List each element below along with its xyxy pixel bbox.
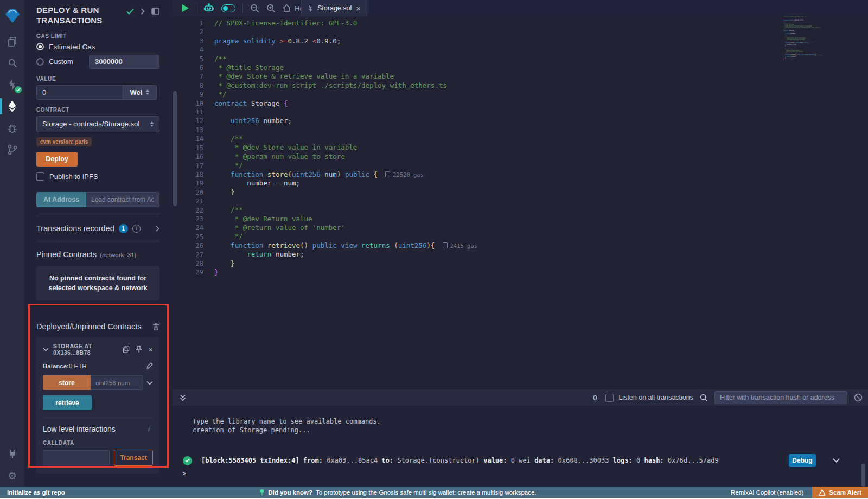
zoom-in-icon[interactable] — [266, 4, 276, 13]
value-unit-select[interactable]: Wei — [123, 85, 157, 100]
deploy-button[interactable]: Deploy — [36, 152, 78, 167]
code-line: } — [783, 59, 843, 60]
contract-label: CONTRACT — [36, 107, 159, 113]
did-you-know-label: Did you know? — [268, 489, 312, 496]
remix-ide-window: ⚙ DEPLOY & RUN TRANSACTIONS GAS LIMIT Es… — [0, 0, 868, 499]
terminal-prompt[interactable]: > — [182, 469, 186, 478]
clear-filter-icon[interactable] — [854, 393, 863, 402]
tab-label: Storage.sol — [317, 4, 352, 12]
code-line: * @title Storage — [214, 63, 868, 72]
deployed-contracts-title: Deployed/Unpinned Contracts — [36, 322, 141, 331]
store-arg-input[interactable] — [91, 375, 143, 390]
code-line: * @return value of 'number' — [214, 223, 868, 232]
deploy-run-icon[interactable] — [0, 95, 24, 117]
code-line: // SPDX-License-Identifier: GPL-3.0 — [214, 19, 868, 28]
low-level-title: Low level interactions — [43, 425, 116, 433]
git-icon[interactable] — [0, 139, 24, 161]
collapse-chevron-icon[interactable] — [43, 348, 49, 351]
select-arrows-icon — [150, 121, 154, 127]
copy-address-icon[interactable] — [123, 346, 130, 353]
panel-scrollbar[interactable] — [173, 91, 177, 206]
debug-button[interactable]: Debug — [789, 454, 816, 467]
terminal[interactable]: Type the library name to see available c… — [173, 406, 868, 487]
log-expand-chevron-icon[interactable] — [833, 458, 840, 463]
tab-close-icon[interactable]: × — [356, 4, 361, 12]
ai-copilot-toggle[interactable] — [221, 4, 235, 12]
main-area: Home Storage.sol × 123456789101112131415… — [173, 0, 868, 487]
evm-version-badge: evm version: paris — [36, 137, 92, 146]
compile-success-badge — [15, 86, 22, 93]
custom-gas-input[interactable] — [89, 55, 159, 69]
copilot-status[interactable]: RemixAI Copilot (enabled) — [731, 489, 803, 496]
value-label: VALUE — [36, 76, 159, 82]
at-address-button[interactable]: At Address — [36, 192, 86, 207]
code-line — [214, 126, 868, 135]
transaction-log-row[interactable]: [block:5583405 txIndex:4] from: 0xa03...… — [173, 454, 868, 467]
value-input[interactable] — [36, 85, 123, 100]
info-icon[interactable]: i — [132, 225, 141, 233]
custom-gas-radio[interactable] — [36, 58, 44, 66]
git-init-action[interactable]: Initialize as git repo — [0, 489, 65, 496]
transactions-recorded-row[interactable]: Transactions recorded 1 i — [36, 216, 159, 241]
code-line: * @dev Store value in variable — [214, 143, 868, 152]
terminal-expand-icon[interactable] — [180, 394, 186, 401]
calldata-label: CALLDATA — [43, 440, 153, 446]
edit-icon[interactable] — [146, 362, 153, 369]
remix-logo-icon[interactable] — [0, 0, 24, 30]
code-content[interactable]: // SPDX-License-Identifier: GPL-3.0 prag… — [203, 16, 868, 389]
zoom-out-icon[interactable] — [250, 4, 259, 13]
tip-text: To prototype using the Gnosis safe multi… — [316, 489, 537, 496]
ai-copilot-robot-icon[interactable] — [203, 3, 214, 13]
expand-args-chevron-icon[interactable] — [146, 381, 153, 385]
pin-icon[interactable] — [136, 346, 142, 353]
expand-chevron-icon[interactable] — [156, 226, 159, 232]
plugin-manager-icon[interactable] — [0, 443, 24, 465]
publish-ipfs-option[interactable]: Publish to IPFS — [36, 172, 159, 181]
retrieve-function-button[interactable]: retrieve — [43, 395, 92, 410]
instance-label: STORAGE AT 0X136...8B78 — [53, 343, 118, 356]
settings-icon[interactable]: ⚙ — [0, 465, 24, 487]
minimap[interactable]: // SPDX-License-Identifier: GPL-3.0 prag… — [783, 16, 846, 64]
at-address-input[interactable] — [86, 192, 159, 207]
terminal-scrollbar[interactable] — [861, 464, 865, 487]
remove-instance-icon[interactable]: × — [148, 346, 153, 354]
listen-all-option[interactable]: Listen on all transactions — [605, 394, 693, 402]
code-line: * @param num value to store — [214, 152, 868, 161]
contract-instance-card: STORAGE AT 0X136...8B78 × Balance: 0 ETH… — [36, 337, 159, 474]
scam-alert-badge[interactable]: Scam Alert — [812, 487, 868, 498]
panel-collapse-icon[interactable] — [141, 8, 145, 15]
code-editor[interactable]: 1234567891011121314151617181920212223242… — [173, 16, 868, 389]
run-script-icon[interactable] — [182, 4, 189, 12]
code-line: pragma solidity >=0.8.2 <0.9.0; — [214, 37, 868, 46]
listen-all-checkbox[interactable] — [605, 394, 614, 402]
file-explorer-icon[interactable] — [0, 30, 24, 52]
code-line: } — [214, 268, 868, 277]
custom-gas-option[interactable]: Custom — [36, 55, 159, 69]
divider — [242, 3, 243, 13]
solidity-compiler-icon[interactable] — [0, 74, 24, 95]
trash-icon[interactable] — [152, 323, 159, 330]
estimated-gas-option[interactable]: Estimated Gas — [36, 43, 159, 51]
filter-input[interactable] — [714, 391, 847, 404]
transact-button[interactable]: Transact — [114, 450, 153, 466]
pinned-network-label: (network: 31) — [100, 252, 136, 258]
balance-label: Balance: — [43, 363, 69, 369]
calldata-input[interactable] — [43, 450, 110, 465]
custom-gas-label: Custom — [49, 57, 73, 66]
code-line: number = num; — [214, 179, 868, 188]
publish-ipfs-checkbox[interactable] — [36, 172, 44, 181]
terminal-line: Type the library name to see available c… — [193, 417, 868, 426]
lightbulb-icon — [259, 489, 265, 496]
panel-layout-icon[interactable] — [151, 8, 159, 15]
search-icon[interactable] — [0, 52, 24, 74]
contract-select[interactable]: Storage - contracts/Storage.sol — [36, 116, 159, 132]
debugger-icon[interactable] — [0, 117, 24, 139]
info-icon[interactable]: i — [145, 425, 153, 433]
estimated-gas-radio[interactable] — [36, 43, 44, 50]
no-pinned-contracts-card: No pinned contracts found for selected w… — [36, 266, 159, 301]
solidity-file-icon — [308, 4, 313, 12]
store-function-button[interactable]: store — [43, 375, 91, 390]
tab-storage-sol[interactable]: Storage.sol × — [301, 0, 367, 16]
terminal-line: creation of Storage pending... — [193, 426, 868, 434]
pending-tx-count: 0 — [593, 394, 597, 402]
